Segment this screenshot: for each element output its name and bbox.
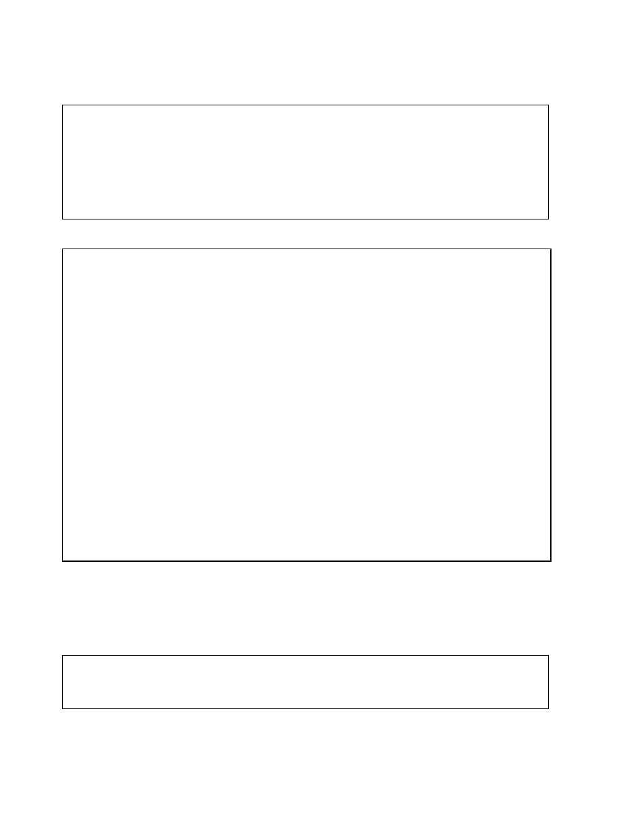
empty-box-bottom <box>62 655 549 709</box>
empty-box-middle <box>62 249 552 562</box>
empty-box-top <box>62 105 549 219</box>
